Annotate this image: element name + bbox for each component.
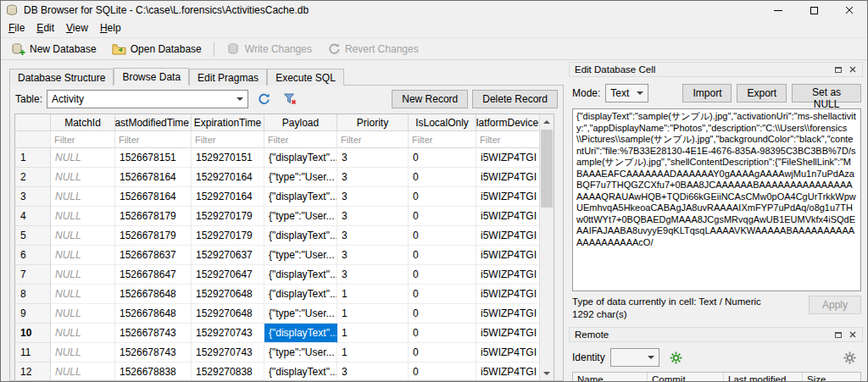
grid-cell[interactable]: 0: [409, 363, 476, 380]
grid-cell[interactable]: NULL: [51, 265, 115, 285]
column-header-name[interactable]: Name: [573, 373, 648, 381]
grid-cell[interactable]: 0: [409, 187, 476, 207]
row-number[interactable]: 7: [15, 265, 51, 285]
grid-cell[interactable]: i5WIZP4TGI: [476, 148, 541, 168]
grid-cell[interactable]: 1526678647: [115, 265, 192, 285]
column-header-last-modified[interactable]: Last modified: [724, 373, 803, 381]
grid-cell[interactable]: 3: [337, 207, 409, 226]
grid-cell[interactable]: i5WIZP4TGI: [476, 324, 541, 343]
grid-cell[interactable]: 3: [337, 246, 409, 265]
grid-cell[interactable]: 0: [409, 168, 476, 187]
grid-cell[interactable]: NULL: [51, 148, 115, 168]
grid-cell[interactable]: 1: [337, 304, 409, 324]
grid-cell[interactable]: NULL: [51, 363, 115, 380]
grid-cell[interactable]: 1529270164: [192, 168, 264, 187]
grid-cell[interactable]: 1: [337, 324, 409, 343]
column-header-islocalonly[interactable]: IsLocalOnly: [409, 114, 476, 131]
grid-corner[interactable]: [15, 114, 51, 131]
cell-editor[interactable]: {"displayText":"sample(サンプル).jpg","activ…: [572, 108, 861, 291]
grid-cell[interactable]: 1526678648: [115, 304, 192, 324]
grid-cell[interactable]: NULL: [51, 246, 115, 265]
grid-cell[interactable]: {"displayText"...: [264, 148, 337, 168]
grid-cell[interactable]: 1529270647: [192, 265, 264, 285]
row-number[interactable]: 10: [15, 324, 51, 343]
menu-file[interactable]: File: [3, 19, 31, 37]
column-header-expirationtime[interactable]: ExpirationTime: [192, 114, 264, 131]
identity-select[interactable]: [610, 348, 659, 367]
column-header-priority[interactable]: Priority: [337, 114, 409, 131]
column-header-platformdeviceid[interactable]: PlatformDeviceId: [476, 114, 541, 131]
grid-cell[interactable]: {"displayText"...: [264, 324, 337, 343]
grid-cell[interactable]: {"displayText"...: [264, 363, 337, 380]
grid-cell[interactable]: 1: [337, 343, 409, 363]
scroll-down-button[interactable]: [540, 366, 554, 380]
filter-input[interactable]: [409, 131, 476, 147]
grid-cell[interactable]: NULL: [51, 304, 115, 324]
grid-cell[interactable]: 0: [409, 207, 476, 226]
grid-cell[interactable]: 0: [409, 148, 476, 168]
grid-cell[interactable]: 1529270179: [192, 226, 264, 246]
table-select[interactable]: Activity: [47, 90, 248, 108]
grid-cell[interactable]: 1529270179: [192, 207, 264, 226]
remote-settings-button[interactable]: [838, 348, 861, 367]
filter-input[interactable]: [51, 131, 114, 147]
grid-cell[interactable]: {"displayText"...: [264, 187, 337, 207]
grid-cell[interactable]: i5WIZP4TGI: [476, 343, 541, 363]
grid-cell[interactable]: 3: [337, 265, 409, 285]
row-number[interactable]: 6: [15, 246, 51, 265]
dock-close-button[interactable]: [845, 329, 860, 340]
grid-cell[interactable]: 1526678838: [115, 363, 192, 380]
grid-cell[interactable]: 3: [337, 148, 409, 168]
open-database-button[interactable]: Open Database: [105, 39, 209, 58]
grid-cell[interactable]: NULL: [51, 285, 115, 304]
column-header-matchid[interactable]: MatchId: [51, 114, 115, 131]
filter-input[interactable]: [476, 131, 540, 147]
grid-cell[interactable]: i5WIZP4TGI: [476, 187, 541, 207]
grid-cell[interactable]: NULL: [51, 168, 115, 187]
row-number[interactable]: 8: [15, 285, 51, 304]
set-as-null-button[interactable]: Set as NULL: [792, 84, 861, 102]
grid-cell[interactable]: 3: [337, 187, 409, 207]
row-number[interactable]: 12: [15, 363, 51, 380]
menu-help[interactable]: Help: [94, 19, 127, 37]
tab-browse-data[interactable]: Browse Data: [114, 68, 189, 86]
grid-cell[interactable]: {"type":"User...: [264, 168, 337, 187]
scroll-up-button[interactable]: [540, 114, 554, 129]
grid-cell[interactable]: 0: [409, 343, 476, 363]
grid-cell[interactable]: 1526678743: [115, 324, 192, 343]
row-number[interactable]: 4: [15, 207, 51, 226]
grid-cell[interactable]: 1529270151: [192, 148, 264, 168]
grid-cell[interactable]: 1529270164: [192, 187, 264, 207]
filter-input[interactable]: [337, 131, 408, 147]
grid-cell[interactable]: 3: [337, 226, 409, 246]
grid-cell[interactable]: 0: [409, 285, 476, 304]
column-header-size[interactable]: Size: [803, 373, 860, 381]
grid-cell[interactable]: i5WIZP4TGI: [476, 285, 541, 304]
grid-cell[interactable]: NULL: [51, 207, 115, 226]
tab-database-structure[interactable]: Database Structure: [9, 69, 114, 86]
row-number[interactable]: 9: [15, 304, 51, 324]
grid-cell[interactable]: 3: [337, 363, 409, 380]
grid-cell[interactable]: {"type":"User...: [264, 246, 337, 265]
dock-close-button[interactable]: [845, 64, 860, 75]
grid-cell[interactable]: 1526678179: [115, 226, 192, 246]
grid-cell[interactable]: i5WIZP4TGI: [476, 168, 541, 187]
row-number[interactable]: 11: [15, 343, 51, 363]
grid-cell[interactable]: 1526678164: [115, 168, 192, 187]
tab-edit-pragmas[interactable]: Edit Pragmas: [189, 69, 267, 86]
close-button[interactable]: [832, 1, 867, 19]
grid-cell[interactable]: {"displayText"...: [264, 265, 337, 285]
row-number[interactable]: 1: [15, 148, 51, 168]
grid-cell[interactable]: 1: [337, 285, 409, 304]
maximize-button[interactable]: [796, 1, 832, 19]
grid-cell[interactable]: {"displayText"...: [264, 226, 337, 246]
grid-cell[interactable]: 1529270648: [192, 285, 264, 304]
grid-cell[interactable]: i5WIZP4TGI: [476, 246, 541, 265]
grid-cell[interactable]: 1529270838: [192, 363, 264, 380]
grid-cell[interactable]: {"displayText"...: [264, 285, 337, 304]
grid-cell[interactable]: i5WIZP4TGI: [476, 363, 541, 380]
grid-cell[interactable]: 1526678164: [115, 187, 192, 207]
dock-float-button[interactable]: [831, 64, 845, 75]
clear-filters-button[interactable]: [279, 90, 301, 108]
grid-cell[interactable]: 1526678151: [115, 148, 192, 168]
